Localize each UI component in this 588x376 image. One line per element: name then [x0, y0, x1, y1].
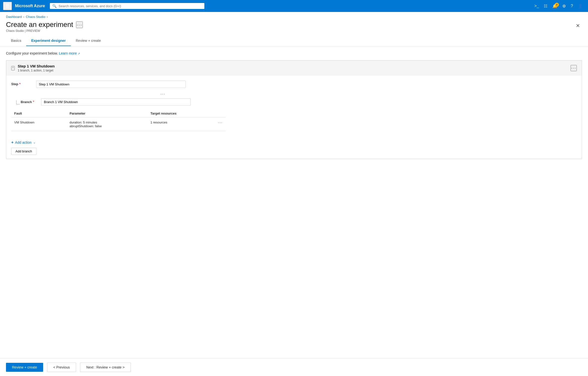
bottom-bar: Review + create < Previous Next : Review…	[0, 358, 588, 376]
configure-text-label: Configure your experiment below.	[6, 51, 58, 55]
page-title: Create an experiment ···	[6, 21, 83, 29]
page-header: Create an experiment ··· Chaos Studio | …	[0, 20, 588, 33]
step-header-info: Step 1 VM Shutdown 1 branch, 1 action, 1…	[18, 64, 55, 72]
breadcrumb-sep-1: ›	[23, 15, 24, 19]
gear-icon: ⚙	[562, 4, 566, 8]
breadcrumb: Dashboard › Chaos Studio ›	[0, 12, 588, 20]
close-button[interactable]: ✕	[574, 22, 582, 30]
notifications-button[interactable]: 🔔 2	[550, 2, 559, 10]
page-wrapper: Dashboard › Chaos Studio › Create an exp…	[0, 12, 588, 376]
cloud-shell-icon: >_	[534, 4, 539, 8]
step-collapse-button[interactable]: ⌃	[11, 66, 15, 70]
step-field-dots-button[interactable]: ···	[161, 92, 165, 96]
azure-logo: Microsoft Azure	[15, 4, 45, 8]
step-header-left: ⌃ Step 1 VM Shutdown 1 branch, 1 action,…	[11, 64, 55, 72]
page-title-dots-button[interactable]: ···	[76, 21, 83, 28]
directory-button[interactable]: ☷	[542, 2, 549, 10]
branch-field-label: Branch	[21, 100, 32, 104]
content-area: Configure your experiment below. Learn m…	[0, 46, 588, 358]
fault-col-header: Fault	[11, 110, 67, 118]
fault-cell: VM Shutdown	[11, 118, 67, 131]
hamburger-menu[interactable]: ☰	[3, 2, 12, 10]
step-label-text: Step	[11, 82, 18, 86]
fault-table: Fault Parameter Target resources VM Shut…	[11, 110, 226, 131]
parameter-cell: duration: 5 minutesabruptShutdown: false	[67, 118, 147, 131]
branch-required-indicator: *	[33, 100, 34, 104]
branch-name-input[interactable]	[41, 98, 191, 106]
page-subtitle: Chaos Studio | PREVIEW	[6, 29, 83, 33]
review-create-button[interactable]: Review + create	[6, 363, 43, 372]
next-button[interactable]: Next : Review + create >	[80, 363, 131, 372]
learn-more-link[interactable]: Learn more ↗	[59, 51, 80, 55]
add-branch-button[interactable]: Add branch	[11, 148, 36, 155]
branch-elbow-icon	[16, 100, 20, 104]
step-field-dots-row: ···	[11, 92, 166, 96]
fault-table-body: VM Shutdown duration: 5 minutesabruptShu…	[11, 118, 226, 131]
learn-more-text: Learn more	[59, 51, 77, 55]
step-required-indicator: *	[19, 82, 20, 86]
tab-experiment-designer[interactable]: Experiment designer	[26, 37, 71, 46]
search-icon: 🔍	[52, 4, 57, 8]
step-body: Step * ··· Branch *	[6, 76, 582, 136]
step-header: ⌃ Step 1 VM Shutdown 1 branch, 1 action,…	[6, 61, 582, 76]
page-header-left: Create an experiment ··· Chaos Studio | …	[6, 21, 83, 33]
nav-icons: >_ ☷ 🔔 2 ⚙ ? 👤	[532, 2, 585, 10]
table-row: VM Shutdown duration: 5 minutesabruptShu…	[11, 118, 226, 131]
add-action-row: + Add action ⌄	[6, 136, 582, 147]
search-bar[interactable]: 🔍	[50, 3, 204, 9]
add-action-chevron-icon: ⌄	[33, 141, 36, 144]
account-icon: 👤	[578, 4, 583, 8]
add-action-label: Add action	[15, 140, 31, 144]
main-container: Dashboard › Chaos Studio › Create an exp…	[0, 12, 588, 376]
help-icon: ?	[571, 4, 573, 8]
row-actions-cell: ···	[215, 118, 226, 131]
step-name-input[interactable]	[36, 81, 186, 88]
actions-col-header	[215, 110, 226, 118]
branch-field-row: Branch *	[16, 98, 577, 106]
search-input[interactable]	[59, 4, 202, 8]
notification-badge: 2	[555, 3, 559, 7]
parameter-col-header: Parameter	[67, 110, 147, 118]
settings-button[interactable]: ⚙	[560, 2, 568, 10]
tabs: Basics Experiment designer Review + crea…	[0, 33, 588, 46]
plus-icon: +	[11, 140, 13, 145]
top-navigation: ☰ Microsoft Azure 🔍 >_ ☷ 🔔 2 ⚙ ? 👤	[0, 0, 588, 12]
breadcrumb-sep-2: ›	[47, 15, 48, 19]
external-link-icon: ↗	[78, 52, 80, 55]
breadcrumb-dashboard[interactable]: Dashboard	[6, 15, 22, 19]
add-action-button[interactable]: + Add action ⌄	[11, 140, 36, 145]
directory-icon: ☷	[544, 4, 547, 8]
tab-review-create[interactable]: Review + create	[71, 37, 106, 46]
cloud-shell-button[interactable]: >_	[532, 2, 541, 10]
page-title-text: Create an experiment	[6, 21, 73, 29]
help-button[interactable]: ?	[569, 2, 575, 10]
fault-row-options-button[interactable]: ···	[218, 121, 223, 125]
fault-table-header: Fault Parameter Target resources	[11, 110, 226, 118]
branch-label-wrap: Branch *	[16, 98, 36, 104]
step-subtitle: 1 branch, 1 action, 1 target	[18, 69, 55, 72]
account-button[interactable]: 👤	[576, 2, 585, 10]
target-resources-col-header: Target resources	[147, 110, 215, 118]
target-resources-cell: 1 resources	[147, 118, 215, 131]
configure-text: Configure your experiment below. Learn m…	[6, 51, 582, 55]
step-field-label: Step *	[11, 81, 31, 86]
breadcrumb-chaos-studio[interactable]: Chaos Studio	[26, 15, 45, 19]
step-field-row: Step *	[11, 81, 577, 88]
step-container: ⌃ Step 1 VM Shutdown 1 branch, 1 action,…	[6, 60, 582, 159]
previous-button[interactable]: < Previous	[47, 363, 76, 372]
step-title: Step 1 VM Shutdown	[18, 64, 55, 68]
tab-basics[interactable]: Basics	[6, 37, 26, 46]
step-options-button[interactable]: ···	[571, 65, 577, 71]
